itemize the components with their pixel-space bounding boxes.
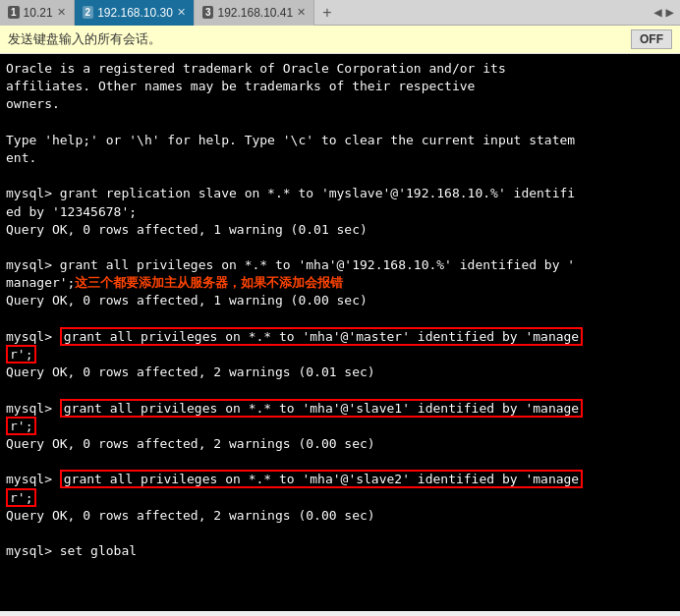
line-cmd4b-highlighted: r'; [6,417,36,435]
tab-2-close[interactable]: ✕ [177,6,186,19]
line-cmd3b-highlighted: r'; [6,345,36,364]
line-cmd3-prompt: mysql> [6,329,60,344]
broadcast-toggle-button[interactable]: OFF [631,29,672,49]
line-cmd5-highlighted: grant all privileges on *.* to 'mha'@'sl… [60,470,583,488]
line-help: Type 'help;' or '\h' for help. Type '\c'… [6,133,575,147]
tab-2-label: 192.168.10.30 [97,6,173,20]
line-result4: Query OK, 0 rows affected, 2 warnings (0… [6,436,375,451]
line-cmd2b: manager'; [6,275,75,290]
line-cmd5b-highlighted: r'; [6,488,36,507]
line-cmd2: mysql> grant all privileges on *.* to 'm… [6,257,575,272]
broadcast-bar: 发送键盘输入的所有会话。 OFF [0,26,680,54]
tab-bar: 1 10.21 ✕ 2 192.168.10.30 ✕ 3 192.168.10… [0,0,680,26]
annotation-text: 这三个都要添加主从服务器，如果不添加会报错 [75,275,343,290]
line-result1: Query OK, 0 rows affected, 1 warning (0.… [6,222,368,237]
tab-1-label: 10.21 [24,6,53,20]
line-result5: Query OK, 0 rows affected, 2 warnings (0… [6,508,375,523]
line-cmd4-prompt: mysql> [6,401,60,416]
line-help2: ent. [6,150,36,165]
line-cmd5-prompt: mysql> [6,472,60,486]
tab-3-label: 192.168.10.41 [217,6,293,20]
tab-3-close[interactable]: ✕ [297,6,306,19]
line-cmd1b: ed by '12345678'; [6,204,137,219]
tab-1-icon: 1 [8,6,20,19]
line-cmd4-highlighted: grant all privileges on *.* to 'mha'@'sl… [60,399,583,418]
line-result3: Query OK, 0 rows affected, 2 warnings (0… [6,364,375,379]
tab-2-icon: 2 [83,6,94,19]
line-intro1: Oracle is a registered trademark of Orac… [6,61,506,76]
terminal-content: Oracle is a registered trademark of Orac… [6,60,674,560]
tab-3[interactable]: 3 192.168.10.41 ✕ [195,0,314,26]
tab-1[interactable]: 1 10.21 ✕ [0,0,75,26]
terminal-area[interactable]: Oracle is a registered trademark of Orac… [0,54,680,611]
tab-2[interactable]: 2 192.168.10.30 ✕ [75,0,195,26]
tab-nav-right[interactable]: ▶ [666,4,674,21]
tab-nav-left[interactable]: ◀ [653,4,661,21]
tab-3-icon: 3 [202,6,214,19]
line-result2: Query OK, 0 rows affected, 1 warning (0.… [6,293,368,308]
add-tab-button[interactable]: + [314,4,339,22]
line-intro2: affiliates. Other names may be trademark… [6,79,475,93]
line-cmd3-highlighted: grant all privileges on *.* to 'mha'@'ma… [60,327,583,346]
broadcast-label: 发送键盘输入的所有会话。 [8,30,631,48]
line-intro3: owners. [6,96,60,111]
line-cmd1: mysql> grant replication slave on *.* to… [6,186,575,200]
tab-1-close[interactable]: ✕ [57,6,66,19]
line-cmd6: mysql> set global [6,543,137,558]
tab-navigation: ◀ ▶ [653,4,680,21]
